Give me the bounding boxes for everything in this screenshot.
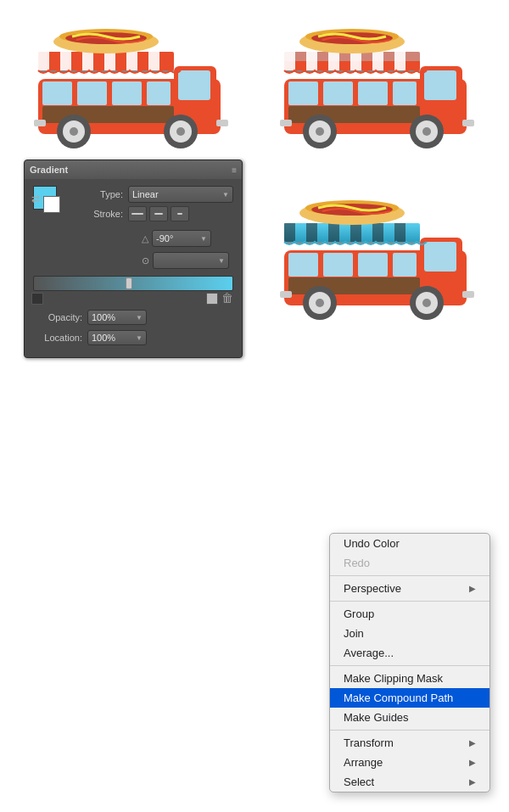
location-dropdown-arrow: ▼ xyxy=(136,334,143,342)
arrange-submenu-arrow: ▶ xyxy=(469,758,476,767)
context-menu: Undo Color Redo Perspective ▶ Group Join… xyxy=(329,533,490,792)
svg-point-21 xyxy=(70,127,78,136)
type-value: Linear xyxy=(132,189,159,199)
location-dropdown[interactable]: 100% ▼ xyxy=(87,330,147,345)
opacity-label: Opacity: xyxy=(33,312,82,322)
opacity-dropdown[interactable]: 100% ▼ xyxy=(87,310,147,325)
gradient-panel: Gradient ≡ ⇄ Type: Linear ▼ Stroke: xyxy=(24,160,243,358)
gradient-midpoint-thumb[interactable] xyxy=(126,277,132,289)
svg-rect-88 xyxy=(358,253,388,277)
menu-item-transform[interactable]: Transform ▶ xyxy=(330,733,489,753)
menu-item-arrange-label: Arrange xyxy=(344,756,383,769)
menu-item-arrange[interactable]: Arrange ▶ xyxy=(330,753,489,772)
angle-dropdown[interactable]: -90° ▼ xyxy=(152,230,211,247)
stroke-label: Stroke: xyxy=(74,209,123,219)
svg-rect-25 xyxy=(34,120,46,126)
stroke-color-swatch[interactable] xyxy=(43,196,60,213)
menu-item-redo-label: Redo xyxy=(344,557,370,569)
stroke-icon-2[interactable] xyxy=(149,206,168,221)
svg-point-107 xyxy=(422,299,431,307)
angle-value: -90° xyxy=(156,233,173,244)
menu-item-make-compound-path[interactable]: Make Compound Path xyxy=(330,688,489,708)
svg-rect-29 xyxy=(424,70,456,100)
svg-rect-95 xyxy=(328,223,339,242)
menu-item-make-compound-path-label: Make Compound Path xyxy=(344,692,453,704)
gradient-stop-left[interactable] xyxy=(31,293,43,305)
svg-point-24 xyxy=(176,127,185,136)
svg-rect-89 xyxy=(393,253,417,277)
angle-icon: △ xyxy=(142,233,148,244)
menu-separator-4 xyxy=(330,730,489,731)
svg-rect-43 xyxy=(394,52,406,70)
svg-point-104 xyxy=(316,299,324,307)
menu-item-group[interactable]: Group xyxy=(330,604,489,624)
panel-title: Gradient xyxy=(30,165,68,175)
menu-item-group-label: Group xyxy=(344,608,374,620)
truck-bottom-right xyxy=(267,187,488,327)
gradient-stop-right[interactable] xyxy=(206,293,218,305)
menu-item-join-label: Join xyxy=(344,627,364,640)
svg-rect-6 xyxy=(147,81,171,105)
menu-item-undo-color[interactable]: Undo Color xyxy=(330,534,489,553)
gradient-bar[interactable] xyxy=(33,276,233,291)
svg-rect-12 xyxy=(82,52,93,70)
menu-item-make-clipping-mask[interactable]: Make Clipping Mask xyxy=(330,669,489,688)
stroke-icon-1[interactable] xyxy=(128,206,147,221)
stroke-icons-group xyxy=(128,206,189,221)
reverse-dropdown-arrow: ▼ xyxy=(218,257,225,265)
svg-rect-53 xyxy=(280,120,292,126)
svg-rect-93 xyxy=(284,223,295,242)
svg-rect-5 xyxy=(112,81,142,105)
transform-submenu-arrow: ▶ xyxy=(469,738,476,748)
truck-top-left xyxy=(21,15,242,155)
svg-rect-85 xyxy=(424,242,456,272)
svg-rect-94 xyxy=(306,223,317,242)
reverse-dropdown[interactable]: ▼ xyxy=(153,252,229,269)
svg-rect-14 xyxy=(126,52,137,70)
panel-menu-button[interactable]: ≡ xyxy=(232,165,237,175)
svg-rect-4 xyxy=(77,81,107,105)
svg-rect-39 xyxy=(306,52,317,70)
menu-separator-2 xyxy=(330,601,489,602)
svg-rect-33 xyxy=(393,81,417,105)
svg-rect-10 xyxy=(38,52,49,70)
menu-item-average[interactable]: Average... xyxy=(330,643,489,663)
svg-rect-109 xyxy=(462,291,474,298)
panel-body: ⇄ Type: Linear ▼ Stroke: xyxy=(25,179,242,357)
menu-item-undo-color-label: Undo Color xyxy=(344,537,400,550)
delete-stop-icon[interactable]: 🗑 xyxy=(221,291,233,305)
menu-item-join[interactable]: Join xyxy=(330,624,489,643)
opacity-value: 100% xyxy=(92,312,115,322)
menu-item-redo: Redo xyxy=(330,553,489,573)
menu-item-perspective[interactable]: Perspective ▶ xyxy=(330,579,489,598)
svg-rect-98 xyxy=(394,223,406,242)
svg-rect-97 xyxy=(372,223,383,242)
svg-rect-2 xyxy=(178,70,210,100)
truck-top-right xyxy=(267,15,488,155)
menu-item-make-clipping-mask-label: Make Clipping Mask xyxy=(344,672,443,685)
svg-rect-96 xyxy=(350,223,361,242)
type-dropdown[interactable]: Linear ▼ xyxy=(128,186,233,203)
gradient-bar-area: 🗑 xyxy=(33,276,233,291)
reverse-row: ⊙ ▼ xyxy=(33,252,233,269)
menu-item-perspective-label: Perspective xyxy=(344,582,401,595)
angle-row: △ -90° ▼ xyxy=(33,230,233,247)
menu-item-make-guides[interactable]: Make Guides xyxy=(330,708,489,727)
menu-item-average-label: Average... xyxy=(344,647,394,659)
panel-titlebar: Gradient ≡ xyxy=(25,160,242,179)
reverse-icon: ⊙ xyxy=(142,255,149,266)
stroke-icon-3[interactable] xyxy=(171,206,189,221)
svg-rect-40 xyxy=(328,52,339,70)
svg-point-52 xyxy=(422,127,431,136)
svg-rect-26 xyxy=(216,120,228,126)
select-submenu-arrow: ▶ xyxy=(469,777,476,787)
svg-rect-3 xyxy=(42,81,72,105)
svg-rect-108 xyxy=(280,291,292,298)
svg-rect-30 xyxy=(288,81,318,105)
swap-colors-icon[interactable]: ⇄ xyxy=(31,193,40,204)
opacity-row: Opacity: 100% ▼ xyxy=(33,310,233,325)
menu-item-select[interactable]: Select ▶ xyxy=(330,772,489,792)
type-dropdown-arrow: ▼ xyxy=(222,191,229,199)
location-value: 100% xyxy=(92,333,115,343)
svg-rect-38 xyxy=(284,52,295,70)
